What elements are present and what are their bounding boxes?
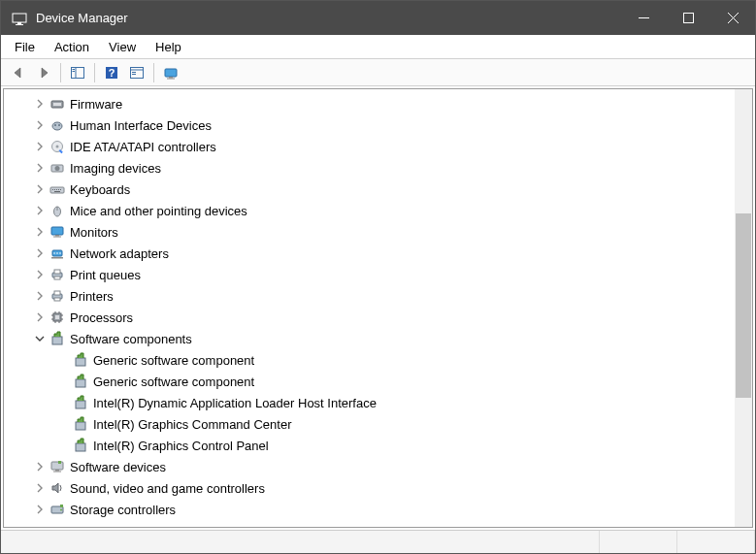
tree-device[interactable]: Intel(R) Dynamic Application Loader Host… (4, 392, 735, 413)
minimize-button[interactable] (621, 1, 666, 35)
chevron-right-icon[interactable] (33, 204, 47, 217)
help-button[interactable]: ? (100, 62, 123, 83)
firmware-icon (49, 95, 66, 113)
tree-item-label: Keyboards (70, 182, 130, 197)
toolbar-separator (94, 63, 95, 82)
svg-rect-49 (54, 277, 60, 279)
svg-rect-70 (55, 470, 59, 472)
svg-rect-1 (17, 22, 21, 24)
keyboard-icon (49, 180, 66, 198)
status-bar (1, 530, 755, 553)
svg-point-46 (59, 252, 61, 254)
svg-rect-40 (55, 235, 59, 237)
tree-device[interactable]: Generic software component (4, 371, 735, 392)
svg-rect-18 (169, 77, 173, 79)
tree-category[interactable]: Sound, video and game controllers (4, 477, 735, 499)
tree-item-label: Software components (70, 332, 192, 346)
svg-rect-31 (52, 189, 53, 190)
svg-rect-65 (76, 379, 85, 387)
tree-item-label: Printers (70, 289, 114, 304)
svg-rect-36 (54, 191, 60, 192)
chevron-right-icon[interactable] (33, 246, 47, 260)
svg-point-73 (60, 509, 62, 511)
chevron-right-icon[interactable] (33, 182, 47, 196)
close-button[interactable] (710, 1, 755, 35)
ide-icon (49, 138, 66, 155)
svg-rect-43 (51, 257, 63, 259)
tree-category[interactable]: Software components (4, 328, 735, 349)
tree-category[interactable]: Mice and other pointing devices (4, 200, 735, 221)
svg-point-45 (56, 252, 58, 254)
svg-rect-63 (52, 337, 62, 344)
chevron-right-icon[interactable] (33, 97, 47, 111)
svg-rect-66 (76, 401, 85, 408)
tree-device[interactable]: Intel(R) Graphics Command Center (4, 413, 735, 435)
mouse-icon (49, 202, 66, 219)
forward-button[interactable] (32, 62, 55, 83)
tree-category[interactable]: IDE ATA/ATAPI controllers (4, 136, 735, 157)
chevron-right-icon[interactable] (33, 268, 47, 281)
tree-item-label: Imaging devices (70, 161, 161, 176)
chevron-right-icon[interactable] (33, 140, 47, 153)
tree-device[interactable]: Generic software component (4, 349, 735, 371)
chevron-down-icon[interactable] (33, 332, 47, 345)
chevron-right-icon[interactable] (33, 310, 47, 324)
tree-category[interactable]: Human Interface Devices (4, 114, 735, 136)
software-icon (49, 330, 66, 347)
tree-category[interactable]: Processors (4, 307, 735, 328)
tree-container: FirmwareHuman Interface DevicesIDE ATA/A… (3, 88, 753, 528)
back-button[interactable] (7, 62, 30, 83)
tree-category[interactable]: Print queues (4, 264, 735, 285)
tree-item-label: Monitors (70, 225, 118, 240)
chevron-right-icon[interactable] (33, 225, 47, 239)
svg-text:?: ? (109, 67, 115, 79)
chevron-right-icon[interactable] (33, 503, 47, 516)
menu-action[interactable]: Action (45, 37, 99, 57)
tree-item-label: Storage controllers (70, 503, 176, 517)
printqueue-icon (49, 266, 66, 283)
software-icon (72, 373, 89, 390)
hid-icon (49, 116, 66, 134)
tree-item-label: Sound, video and game controllers (70, 481, 265, 496)
chevron-right-icon[interactable] (33, 118, 47, 132)
menu-help[interactable]: Help (146, 37, 191, 57)
vertical-scrollbar[interactable] (735, 89, 752, 527)
status-cell (600, 531, 677, 553)
svg-point-22 (52, 122, 62, 130)
tree-category[interactable]: Software devices (4, 456, 735, 477)
svg-rect-35 (60, 189, 61, 190)
menu-file[interactable]: File (5, 37, 45, 57)
svg-rect-68 (76, 443, 85, 451)
tree-category[interactable]: Printers (4, 285, 735, 307)
tree-item-label: IDE ATA/ATAPI controllers (70, 140, 216, 154)
storage-icon (49, 501, 66, 518)
menu-view[interactable]: View (99, 37, 146, 57)
chevron-right-icon[interactable] (33, 481, 47, 495)
svg-rect-69 (51, 462, 63, 470)
tree-category[interactable]: Imaging devices (4, 157, 735, 179)
chevron-right-icon[interactable] (33, 161, 47, 175)
chevron-right-icon[interactable] (33, 289, 47, 303)
svg-rect-10 (73, 71, 76, 72)
scan-hardware-button[interactable] (159, 62, 182, 83)
svg-rect-19 (167, 78, 175, 79)
scrollbar-thumb[interactable] (736, 213, 751, 398)
show-hide-console-tree-button[interactable] (66, 62, 89, 83)
tree-device[interactable]: Intel(R) Graphics Control Panel (4, 435, 735, 456)
svg-rect-0 (13, 14, 26, 22)
maximize-button[interactable] (666, 1, 710, 35)
device-tree[interactable]: FirmwareHuman Interface DevicesIDE ATA/A… (4, 89, 735, 527)
tree-category[interactable]: Monitors (4, 221, 735, 243)
window-title: Device Manager (36, 11, 128, 25)
title-bar: Device Manager (1, 1, 755, 35)
tree-category[interactable]: Keyboards (4, 179, 735, 200)
toolbar-separator (153, 63, 154, 82)
svg-rect-54 (55, 315, 59, 319)
tree-category[interactable]: Network adapters (4, 243, 735, 264)
chevron-right-icon[interactable] (33, 460, 47, 473)
toolbar-separator (60, 63, 61, 82)
properties-button[interactable] (125, 62, 148, 83)
tree-category[interactable]: Storage controllers (4, 499, 735, 520)
cpu-icon (49, 309, 66, 326)
tree-category[interactable]: Firmware (4, 93, 735, 114)
